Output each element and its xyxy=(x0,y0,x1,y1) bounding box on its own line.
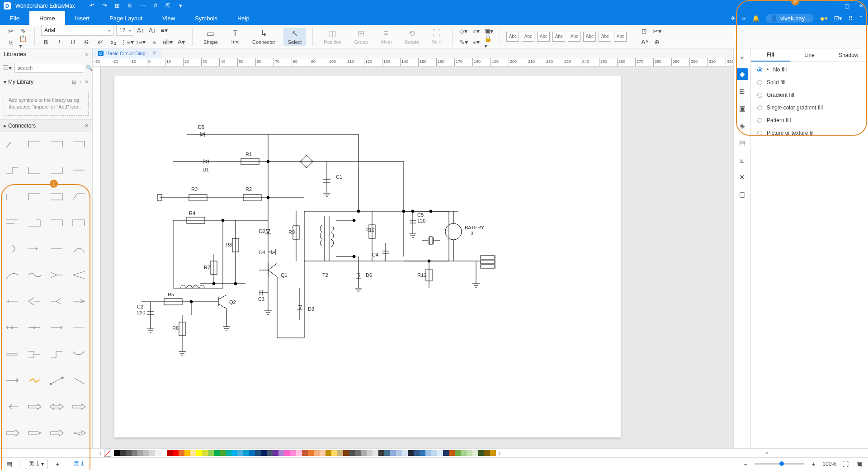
document-tab[interactable]: D Basic Circuit Diag... ✕ xyxy=(94,48,161,58)
color-swatch[interactable] xyxy=(179,450,184,456)
color-swatch[interactable] xyxy=(149,450,155,456)
connector-shape[interactable] xyxy=(70,241,89,257)
page-tab-label[interactable]: 页-1 xyxy=(74,460,84,468)
connector-shape[interactable] xyxy=(48,188,66,204)
menu-file[interactable]: File xyxy=(0,11,29,25)
color-swatch[interactable] xyxy=(472,450,478,456)
line-spacing-icon[interactable]: ↕≡▾ xyxy=(136,38,145,47)
connector-shape[interactable] xyxy=(4,267,22,283)
connector-shape[interactable] xyxy=(48,293,66,309)
fill-opt-solid[interactable]: Solid fill xyxy=(757,79,862,85)
copy-icon[interactable]: ⎘ xyxy=(6,38,15,47)
connector-shape[interactable] xyxy=(70,214,89,231)
new-icon[interactable]: ⊞ xyxy=(114,2,121,9)
color-swatch[interactable] xyxy=(120,450,126,456)
strikethrough-icon[interactable]: S xyxy=(82,38,91,47)
tab-shadow[interactable]: Shadow xyxy=(829,48,868,62)
line-style-icon[interactable]: ✎▾ xyxy=(459,38,468,47)
connector-shape[interactable] xyxy=(48,241,66,257)
connector-shape[interactable] xyxy=(26,162,44,178)
connector-shape[interactable] xyxy=(48,162,66,178)
color-swatch[interactable] xyxy=(373,450,378,456)
connector-shape[interactable] xyxy=(48,319,66,336)
connector-shape[interactable] xyxy=(26,241,44,257)
menu-symbols[interactable]: Symbols xyxy=(185,11,227,25)
bell-icon[interactable]: 🔔 xyxy=(752,15,760,22)
ribbon-opt1-icon[interactable]: ⊡ xyxy=(640,27,649,36)
color-swatch[interactable] xyxy=(161,450,167,456)
tab-fill[interactable]: Fill xyxy=(751,48,790,62)
color-swatch[interactable] xyxy=(296,450,302,456)
collapse-ribbon-icon[interactable]: ˅ xyxy=(859,15,863,22)
connector-shape[interactable] xyxy=(26,188,44,204)
connector-shape[interactable] xyxy=(4,293,22,309)
connectors-section[interactable]: ▸ Connectors ✕ xyxy=(0,119,92,132)
color-swatch[interactable] xyxy=(437,450,443,456)
text-align-icon[interactable]: ≡▾ xyxy=(160,26,169,35)
color-swatch[interactable] xyxy=(261,450,267,456)
minimize-icon[interactable]: — xyxy=(829,3,835,9)
color-swatch[interactable] xyxy=(326,450,331,456)
save-icon[interactable]: ▭ xyxy=(139,2,146,9)
arrange-tool-icon[interactable]: ✕ xyxy=(736,171,748,183)
fit-page-icon[interactable]: ⛶ xyxy=(841,460,850,469)
connector-shape[interactable] xyxy=(70,136,89,152)
color-swatch[interactable] xyxy=(243,450,249,456)
color-swatch[interactable] xyxy=(143,450,149,456)
color-swatch[interactable] xyxy=(202,450,208,456)
color-swatch[interactable] xyxy=(443,450,449,456)
color-swatch[interactable] xyxy=(173,450,179,456)
color-swatch[interactable] xyxy=(355,450,361,456)
connector-shape[interactable] xyxy=(4,136,22,152)
connector-shape[interactable] xyxy=(48,136,66,152)
connector-shape[interactable] xyxy=(4,188,22,204)
color-swatch[interactable] xyxy=(420,450,425,456)
page-selector[interactable]: 页-1 ▾ xyxy=(25,459,48,469)
bullets-icon[interactable]: ⋮≡▾ xyxy=(123,38,132,47)
library-menu-icon[interactable]: ☰▾ xyxy=(3,63,12,72)
style-preset-6[interactable]: Abc xyxy=(583,32,596,42)
color-swatch[interactable] xyxy=(155,450,161,456)
connector-shape[interactable] xyxy=(4,214,22,231)
color-swatch[interactable] xyxy=(378,450,384,456)
connector-shape[interactable] xyxy=(26,346,44,362)
search-input[interactable] xyxy=(14,63,83,73)
connector-shape[interactable] xyxy=(4,319,22,336)
color-swatch[interactable] xyxy=(290,450,296,456)
italic-icon[interactable]: I xyxy=(55,38,64,47)
import-icon[interactable]: ▤ xyxy=(72,79,76,85)
connector-shape[interactable] xyxy=(48,214,66,231)
text-direction-icon[interactable]: ab▾ xyxy=(163,38,172,47)
color-swatch[interactable] xyxy=(214,450,220,456)
color-swatch[interactable] xyxy=(231,450,237,456)
bold-icon[interactable]: B xyxy=(41,38,50,47)
connector-shape[interactable] xyxy=(26,214,44,231)
connector-tool[interactable]: ↳Connector xyxy=(248,28,280,46)
undo-icon[interactable]: ↶ xyxy=(89,2,96,9)
connector-shape[interactable] xyxy=(26,399,44,415)
style-preset-4[interactable]: Abc xyxy=(552,32,565,42)
paste-icon[interactable]: 📋▾ xyxy=(19,38,28,47)
connector-shape[interactable] xyxy=(70,399,89,415)
font-color-icon[interactable]: A▾ xyxy=(177,38,186,47)
pages-icon[interactable]: ▤ xyxy=(5,460,14,469)
line-weight-icon[interactable]: ≡▾ xyxy=(472,38,481,47)
rotate-tool[interactable]: ⟲Rotate xyxy=(400,28,424,46)
color-swatch[interactable] xyxy=(226,450,231,456)
connector-shape[interactable] xyxy=(70,293,89,309)
fill-opt-picture[interactable]: Picture or texture fill xyxy=(757,130,862,136)
color-swatch[interactable] xyxy=(273,450,278,456)
page-tool-icon[interactable]: ▤ xyxy=(736,137,748,149)
connector-shape[interactable] xyxy=(26,136,44,152)
color-swatch[interactable] xyxy=(467,450,472,456)
font-select[interactable]: Arial xyxy=(41,25,113,36)
connector-shape[interactable] xyxy=(4,346,22,362)
zoom-in-icon[interactable]: + xyxy=(809,460,818,469)
diamond-icon[interactable]: ◆▾ xyxy=(820,15,828,22)
my-library-section[interactable]: ▾ My Library ▤ + ✕ xyxy=(4,79,89,85)
color-swatch[interactable] xyxy=(361,450,367,456)
tab-line[interactable]: Line xyxy=(790,48,829,62)
color-swatch[interactable] xyxy=(384,450,390,456)
color-swatch[interactable] xyxy=(461,450,467,456)
fill-tool-icon[interactable]: ◆ xyxy=(736,68,748,80)
